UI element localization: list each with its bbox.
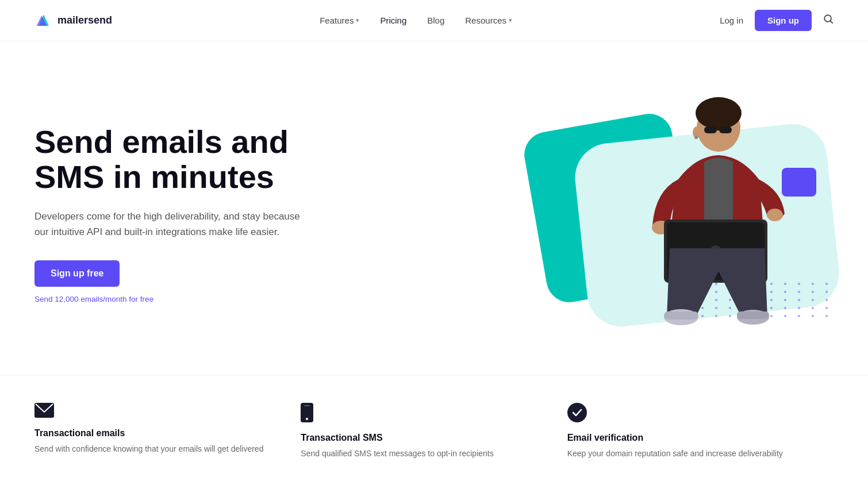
svg-rect-23: [304, 405, 310, 406]
svg-point-5: [696, 97, 742, 129]
dot: [812, 291, 814, 293]
dot: [812, 307, 814, 309]
feature-emails-title: Transactional emails: [34, 428, 278, 438]
hero-content: Send emails and SMS in minutes Developer…: [34, 124, 310, 304]
svg-point-24: [567, 403, 587, 422]
hero-note: Send 12,000 emails/month for free: [34, 295, 310, 303]
logo-link[interactable]: mailersend: [34, 11, 112, 30]
svg-rect-17: [664, 311, 698, 320]
search-button[interactable]: [823, 14, 834, 27]
email-icon: [34, 403, 278, 420]
resources-chevron: ▾: [509, 17, 512, 24]
nav-blog[interactable]: Blog: [427, 16, 444, 25]
hero-section: Send emails and SMS in minutes Developer…: [0, 41, 868, 375]
hero-illustration: [500, 76, 834, 352]
hero-cta-button[interactable]: Sign up free: [34, 260, 120, 287]
signup-button[interactable]: Sign up: [755, 10, 812, 31]
features-chevron: ▾: [356, 17, 359, 24]
feature-emails: Transactional emails Send with confidenc…: [34, 403, 301, 460]
navbar: mailersend Features ▾ Pricing Blog Resou…: [0, 0, 868, 41]
nav-links: Features ▾ Pricing Blog Resources ▾: [320, 16, 512, 25]
brand-name: mailersend: [57, 14, 112, 26]
search-icon: [823, 14, 834, 24]
sms-icon: [301, 403, 544, 425]
dot: [825, 299, 828, 301]
person-illustration: [615, 87, 799, 340]
svg-rect-6: [704, 126, 717, 133]
dot: [825, 283, 828, 285]
feature-verify: Email verification Keep your domain repu…: [567, 403, 834, 460]
hero-subtitle: Developers come for the high deliverabil…: [34, 209, 310, 240]
feature-verify-title: Email verification: [567, 433, 811, 443]
logo-icon: [34, 11, 53, 30]
feature-verify-desc: Keep your domain reputation safe and inc…: [567, 448, 811, 460]
dot: [825, 291, 828, 293]
svg-rect-19: [737, 311, 769, 319]
verify-icon: [567, 403, 811, 425]
svg-point-12: [767, 209, 783, 221]
hero-note-suffix: /month for free: [103, 295, 153, 303]
nav-resources[interactable]: Resources ▾: [465, 16, 512, 25]
feature-emails-desc: Send with confidence knowing that your e…: [34, 443, 278, 456]
features-strip: Transactional emails Send with confidenc…: [0, 375, 868, 483]
nav-features[interactable]: Features ▾: [320, 16, 359, 25]
nav-pricing[interactable]: Pricing: [380, 16, 406, 25]
feature-sms-title: Transactional SMS: [301, 433, 544, 443]
dot: [825, 315, 828, 317]
feature-sms: Transactional SMS Send qualified SMS tex…: [301, 403, 567, 460]
login-button[interactable]: Log in: [720, 16, 743, 25]
svg-line-3: [830, 21, 832, 23]
feature-sms-desc: Send qualified SMS text messages to opt-…: [301, 448, 544, 460]
svg-point-22: [306, 418, 308, 420]
dot: [825, 307, 828, 309]
dot: [812, 283, 814, 285]
dot: [812, 299, 814, 301]
svg-rect-7: [719, 126, 732, 133]
nav-actions: Log in Sign up: [720, 10, 834, 31]
hero-title: Send emails and SMS in minutes: [34, 124, 310, 195]
dot: [812, 315, 814, 317]
svg-point-10: [694, 136, 698, 139]
